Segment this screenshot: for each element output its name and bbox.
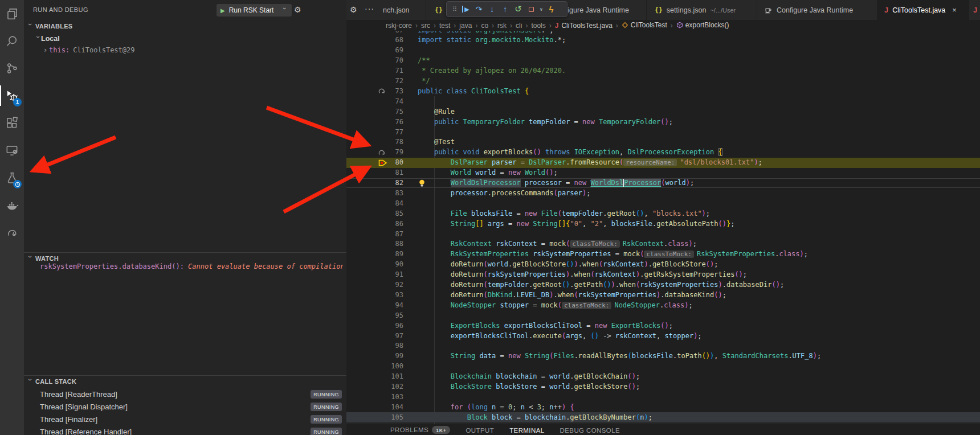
activity-gradle-icon[interactable] bbox=[0, 219, 24, 246]
panel-tab-terminal[interactable]: TERMINAL bbox=[509, 427, 544, 435]
restart-icon[interactable]: ↺ bbox=[512, 4, 525, 14]
activity-run-and-debug-icon[interactable]: 1 bbox=[0, 82, 24, 109]
step-over-icon[interactable]: ↷ bbox=[472, 5, 485, 14]
variables-scope-local[interactable]: › Local bbox=[35, 33, 60, 44]
line-number[interactable]: 73 bbox=[346, 87, 403, 95]
stop-icon[interactable] bbox=[525, 7, 538, 12]
stop-dropdown-icon[interactable]: ∨ bbox=[538, 7, 545, 12]
call-stack-section-header[interactable]: › CALL STACK bbox=[24, 376, 346, 387]
call-stack-thread-row[interactable]: Thread [ReaderThread]RUNNING bbox=[24, 388, 346, 400]
code-line-68[interactable]: 68import static org.mockito.Mockito.*; bbox=[346, 35, 980, 46]
breadcrumb-item[interactable]: rskj-core bbox=[386, 22, 412, 30]
code-line-105[interactable]: 105 Block block = blockchain.getBlockByN… bbox=[346, 412, 980, 422]
code-line-84[interactable]: 84 bbox=[346, 198, 980, 208]
continue-icon[interactable]: ▶ bbox=[459, 6, 472, 13]
code-line-88[interactable]: 88 RskContext rskContext = mock(classToM… bbox=[346, 239, 980, 249]
hot-code-replace-icon[interactable]: ϟ bbox=[545, 5, 558, 14]
code-line-94[interactable]: 94 NodeStopper stopper = mock(classToMoc… bbox=[346, 300, 980, 310]
line-number[interactable]: 80 bbox=[346, 158, 403, 166]
breadcrumb-item[interactable]: java bbox=[459, 22, 472, 30]
code-line-89[interactable]: 89 RskSystemProperties rskSystemProperti… bbox=[346, 249, 980, 260]
activity-source-control-icon[interactable] bbox=[0, 55, 24, 82]
line-number[interactable]: 85 bbox=[346, 210, 403, 217]
code-line-99[interactable]: 99 String data = new String(Files.readAl… bbox=[346, 351, 980, 362]
tab-clitoolstest-java[interactable]: J CliToolsTest.java × bbox=[877, 0, 969, 20]
line-number[interactable]: 93 bbox=[346, 291, 403, 299]
code-line-72[interactable]: 72 */ bbox=[346, 76, 980, 87]
breadcrumb-class[interactable]: CliToolsTest bbox=[622, 21, 667, 30]
line-number[interactable]: 97 bbox=[346, 332, 403, 340]
code-line-86[interactable]: 86 String[] args = new String[]{"0", "2"… bbox=[346, 219, 980, 229]
code-line-87[interactable]: 87 bbox=[346, 229, 980, 239]
tab-launch-json[interactable]: ⚙ ··· nch.json bbox=[346, 0, 426, 20]
line-number[interactable]: 71 bbox=[346, 67, 403, 75]
line-number[interactable]: 76 bbox=[346, 118, 403, 126]
code-line-80[interactable]: 80 DslParser parser = DslParser.fromReso… bbox=[346, 158, 980, 168]
more-actions-icon[interactable]: ··· bbox=[365, 4, 374, 13]
code-line-101[interactable]: 101 Blockchain blockchain = world.getBlo… bbox=[346, 372, 980, 382]
line-number[interactable]: 88 bbox=[346, 240, 403, 248]
code-line-70[interactable]: 70/** bbox=[346, 56, 980, 66]
line-number[interactable]: 91 bbox=[346, 270, 403, 278]
activity-search-icon[interactable] bbox=[0, 27, 24, 55]
code-line-83[interactable]: 83 processor.processCommands(parser); bbox=[346, 188, 980, 198]
call-stack-thread-row[interactable]: Thread [Finalizer]RUNNING bbox=[24, 413, 346, 425]
line-number[interactable]: 98 bbox=[346, 342, 403, 350]
code-line-77[interactable]: 77 bbox=[346, 127, 980, 137]
code-line-103[interactable]: 103 bbox=[346, 392, 980, 402]
code-line-76[interactable]: 76 public TemporaryFolder tempFolder = n… bbox=[346, 117, 980, 127]
activity-extensions-icon[interactable] bbox=[0, 109, 24, 137]
activity-testing-beaker-icon[interactable] bbox=[0, 164, 24, 191]
line-number[interactable]: 69 bbox=[346, 46, 403, 54]
code-line-82[interactable]: 82 WorldDslProcessor processor = new Wor… bbox=[346, 178, 980, 188]
line-number[interactable]: 90 bbox=[346, 260, 403, 268]
code-line-91[interactable]: 91 doReturn(rskSystemProperties).when(rs… bbox=[346, 270, 980, 280]
code-line-90[interactable]: 90 doReturn(world.getBlockStore()).when(… bbox=[346, 260, 980, 270]
step-into-icon[interactable]: ↓ bbox=[485, 5, 499, 14]
watch-expression-row[interactable]: rskSystemProperties.databaseKind(): Cann… bbox=[40, 262, 343, 273]
code-line-69[interactable]: 69 bbox=[346, 46, 980, 56]
gear-icon[interactable]: ⚙ bbox=[350, 5, 357, 14]
variables-section-header[interactable]: › VARIABLES bbox=[24, 20, 346, 32]
breadcrumb-item[interactable]: src bbox=[421, 22, 430, 30]
variable-this-row[interactable]: › this: CliToolsTest@29 bbox=[43, 44, 135, 56]
step-out-icon[interactable]: ↑ bbox=[499, 5, 512, 14]
line-number[interactable]: 94 bbox=[346, 301, 403, 309]
tab-partial-java[interactable]: J bbox=[969, 0, 980, 20]
line-number[interactable]: 87 bbox=[346, 230, 403, 238]
close-icon[interactable]: × bbox=[952, 6, 957, 14]
breadcrumb-item[interactable]: co bbox=[481, 22, 488, 30]
breadcrumb-method[interactable]: exportBlocks() bbox=[676, 21, 729, 30]
code-line-98[interactable]: 98 bbox=[346, 341, 980, 351]
line-number[interactable]: 75 bbox=[346, 108, 403, 116]
code-line-71[interactable]: 71 * Created by ajlopez on 26/04/2020. bbox=[346, 66, 980, 76]
call-stack-thread-row[interactable]: Thread [Reference Handler]RUNNING bbox=[24, 426, 346, 435]
tab-settings-json[interactable]: {} settings.json ~/.../User bbox=[647, 0, 757, 20]
line-number[interactable]: 95 bbox=[346, 311, 403, 319]
code-line-73[interactable]: 73public class CliToolsTest { bbox=[346, 86, 980, 96]
breadcrumb-item[interactable]: rsk bbox=[497, 22, 507, 30]
line-number[interactable]: 104 bbox=[346, 403, 403, 411]
code-line-67[interactable]: 67import static org.junit.Assert.*; bbox=[346, 31, 980, 35]
line-number[interactable]: 103 bbox=[346, 393, 403, 401]
activity-docker-icon[interactable] bbox=[0, 191, 24, 219]
line-number[interactable]: 99 bbox=[346, 352, 403, 360]
code-line-81[interactable]: 81 World world = new World(); bbox=[346, 168, 980, 178]
breadcrumb-file[interactable]: JCliToolsTest.java bbox=[555, 22, 612, 30]
call-stack-thread-row[interactable]: Thread [Signal Dispatcher]RUNNING bbox=[24, 401, 346, 413]
panel-tab-problems[interactable]: PROBLEMS1K+ bbox=[390, 426, 450, 435]
code-line-79[interactable]: 79 public void exportBlocks() throws IOE… bbox=[346, 147, 980, 158]
code-line-104[interactable]: 104 for (long n = 0; n < 3; n++) { bbox=[346, 402, 980, 412]
breadcrumb-item[interactable]: test bbox=[439, 22, 450, 30]
line-number[interactable]: 96 bbox=[346, 322, 403, 330]
line-number[interactable]: 101 bbox=[346, 372, 403, 380]
line-number[interactable]: 72 bbox=[346, 77, 403, 85]
code-line-74[interactable]: 74 bbox=[346, 96, 980, 106]
line-number[interactable]: 83 bbox=[346, 189, 403, 197]
code-editor[interactable]: 67import static org.junit.Assert.*;68imp… bbox=[346, 31, 980, 424]
tab-configure-java-runtime[interactable]: Configure Java Runtime bbox=[757, 0, 877, 20]
line-number[interactable]: 100 bbox=[346, 362, 403, 370]
line-number[interactable]: 84 bbox=[346, 199, 403, 207]
code-line-78[interactable]: 78 @Test bbox=[346, 137, 980, 147]
gear-icon[interactable]: ⚙ bbox=[294, 5, 301, 14]
